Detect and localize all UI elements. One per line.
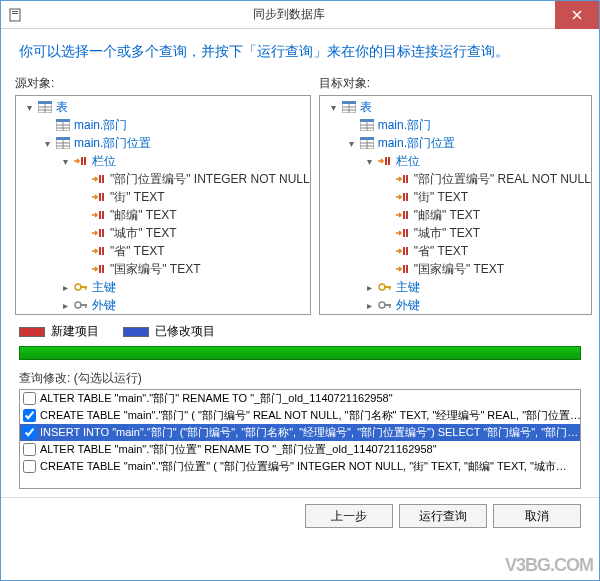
titlebar: 同步到数据库 [1, 1, 599, 29]
expander-icon[interactable]: ▾ [328, 102, 339, 113]
queries-list[interactable]: ALTER TABLE "main"."部门" RENAME TO "_部门_o… [19, 389, 581, 489]
svg-rect-61 [406, 193, 408, 201]
run-button[interactable]: 运行查询 [399, 504, 487, 528]
svg-rect-58 [403, 175, 405, 183]
tree-row[interactable]: "省" TEXT [16, 242, 310, 260]
expander-icon[interactable]: ▸ [364, 282, 375, 293]
tree-row[interactable]: "省" TEXT [320, 242, 591, 260]
progress-bar [19, 346, 581, 360]
query-checkbox[interactable] [23, 392, 36, 405]
legend-modified-label: 已修改项目 [155, 324, 215, 338]
col-new-icon [395, 226, 411, 240]
col-new-icon [395, 172, 411, 186]
legend: 新建项目 已修改项目 [1, 315, 599, 344]
col-new-icon [395, 190, 411, 204]
tree-node-label: 栏位 [92, 153, 116, 170]
tree-row[interactable]: "邮编" TEXT [320, 206, 591, 224]
expander-icon [78, 174, 89, 185]
expander-icon[interactable]: ▸ [60, 282, 71, 293]
tree-node-label: main.部门 [74, 117, 127, 134]
tree-row[interactable]: ▾表 [16, 98, 310, 116]
tree-node-label: main.部门位置 [378, 135, 455, 152]
tree-row[interactable]: ▸主键 [16, 278, 310, 296]
table-icon [359, 118, 375, 132]
tree-node-label: "部门位置编号" REAL NOT NULL [414, 171, 591, 188]
col-new-icon [377, 154, 393, 168]
svg-rect-65 [406, 229, 408, 237]
svg-rect-24 [99, 211, 101, 219]
query-row[interactable]: ALTER TABLE "main"."部门" RENAME TO "_部门_o… [20, 390, 580, 407]
svg-rect-2 [12, 13, 18, 14]
tree-row[interactable]: main.部门 [320, 116, 591, 134]
svg-rect-56 [385, 157, 387, 165]
tree-node-label: "街" TEXT [414, 189, 469, 206]
close-button[interactable] [555, 1, 599, 29]
watermark: V3BG.COM [505, 555, 593, 576]
back-button[interactable]: 上一步 [305, 504, 393, 528]
table-icon [37, 100, 53, 114]
svg-rect-18 [81, 157, 83, 165]
tree-row[interactable]: ▸外键 [16, 296, 310, 314]
query-sql: CREATE TABLE "main"."部门" ( "部门编号" REAL N… [40, 408, 581, 423]
tree-row[interactable]: "部门位置编号" INTEGER NOT NULL [16, 170, 310, 188]
expander-icon[interactable]: ▾ [42, 138, 53, 149]
tree-row[interactable]: ▾栏位 [320, 152, 591, 170]
tree-node-label: "邮编" TEXT [110, 207, 177, 224]
tree-row[interactable]: "街" TEXT [320, 188, 591, 206]
tree-row[interactable]: "城市" TEXT [16, 224, 310, 242]
tree-node-label: "街" TEXT [110, 189, 165, 206]
query-checkbox[interactable] [23, 460, 36, 473]
query-row[interactable]: CREATE TABLE "main"."部门" ( "部门编号" REAL N… [20, 407, 580, 424]
expander-icon [382, 246, 393, 257]
expander-icon[interactable]: ▸ [364, 300, 375, 311]
tree-row[interactable]: main.部门 [16, 116, 310, 134]
table-icon [55, 118, 71, 132]
expander-icon[interactable]: ▾ [60, 156, 71, 167]
query-row[interactable]: ALTER TABLE "main"."部门位置" RENAME TO "_部门… [20, 441, 580, 458]
tree-row[interactable]: ▾main.部门位置 [320, 134, 591, 152]
svg-rect-28 [99, 247, 101, 255]
query-checkbox[interactable] [23, 426, 36, 439]
target-tree[interactable]: ▾表main.部门▾main.部门位置▾栏位"部门位置编号" REAL NOT … [319, 95, 592, 315]
tree-row[interactable]: ▾表 [320, 98, 591, 116]
svg-rect-57 [388, 157, 390, 165]
table-icon [55, 136, 71, 150]
expander-icon[interactable]: ▾ [364, 156, 375, 167]
query-checkbox[interactable] [23, 409, 36, 422]
svg-rect-69 [406, 265, 408, 273]
svg-rect-20 [99, 175, 101, 183]
tree-row[interactable]: "部门位置编号" REAL NOT NULL [320, 170, 591, 188]
expander-icon [382, 174, 393, 185]
panes-container: 源对象: ▾表main.部门▾main.部门位置▾栏位"部门位置编号" INTE… [1, 75, 599, 315]
source-tree[interactable]: ▾表main.部门▾main.部门位置▾栏位"部门位置编号" INTEGER N… [15, 95, 311, 315]
expander-icon [78, 246, 89, 257]
tree-node-label: "省" TEXT [414, 243, 469, 260]
tree-row[interactable]: ▸外键 [320, 296, 591, 314]
tree-row[interactable]: "城市" TEXT [320, 224, 591, 242]
fkey-icon [377, 298, 393, 312]
query-row[interactable]: CREATE TABLE "main"."部门位置" ( "部门位置编号" IN… [20, 458, 580, 475]
tree-node-label: 外键 [396, 297, 420, 314]
tree-row[interactable]: ▾main.部门位置 [16, 134, 310, 152]
expander-icon [78, 264, 89, 275]
tree-row[interactable]: ▾栏位 [16, 152, 310, 170]
tree-row[interactable]: ▸主键 [320, 278, 591, 296]
expander-icon [382, 228, 393, 239]
tree-row[interactable]: "国家编号" TEXT [16, 260, 310, 278]
query-checkbox[interactable] [23, 443, 36, 456]
tree-row[interactable]: "国家编号" TEXT [320, 260, 591, 278]
expander-icon[interactable]: ▾ [24, 102, 35, 113]
expander-icon [382, 192, 393, 203]
tree-row[interactable]: "邮编" TEXT [16, 206, 310, 224]
svg-rect-68 [403, 265, 405, 273]
query-row[interactable]: INSERT INTO "main"."部门" ("部门编号", "部门名称",… [20, 424, 580, 441]
expander-icon[interactable]: ▸ [60, 300, 71, 311]
tree-node-label: "邮编" TEXT [414, 207, 481, 224]
col-new-icon [91, 244, 107, 258]
tree-row[interactable]: 唯一键 [320, 314, 591, 315]
expander-icon[interactable]: ▾ [346, 138, 357, 149]
cancel-button[interactable]: 取消 [493, 504, 581, 528]
tree-row[interactable]: "街" TEXT [16, 188, 310, 206]
expander-icon [78, 228, 89, 239]
tree-row[interactable]: 唯一键 [16, 314, 310, 315]
